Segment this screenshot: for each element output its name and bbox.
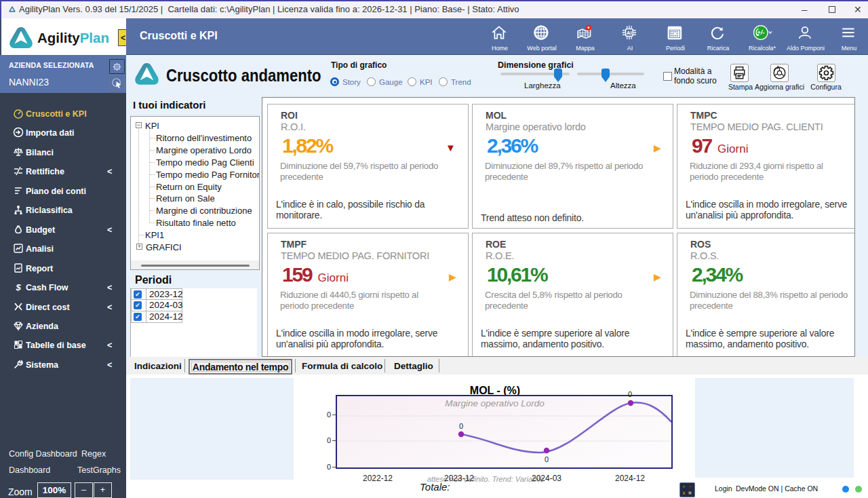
svg-text:$: $ (15, 282, 21, 292)
svg-text:−: − (688, 484, 691, 489)
svg-text:AI: AI (627, 30, 632, 36)
svg-text:x: x (683, 491, 686, 495)
svg-text:+: + (682, 484, 685, 489)
